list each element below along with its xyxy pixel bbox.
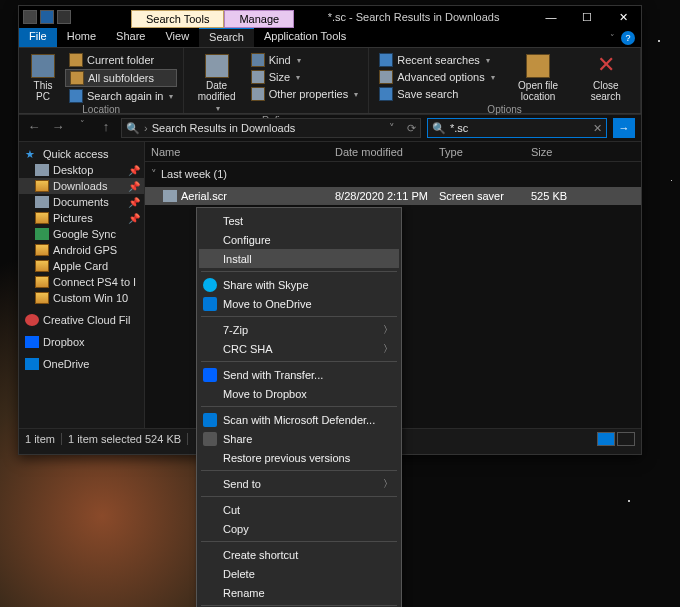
folder-icon [35,244,49,256]
ctx-sendto[interactable]: Send to〉 [199,474,399,493]
col-size[interactable]: Size [531,146,581,158]
all-subfolders-button[interactable]: All subfolders [65,69,177,87]
nav-fwd-button[interactable]: → [49,119,67,137]
close-button[interactable]: ✕ [605,6,641,28]
window-title: *.sc - Search Results in Downloads [294,11,533,23]
qat-properties-icon[interactable] [23,10,37,24]
search-go-button[interactable]: → [613,118,635,138]
nav-up-button[interactable]: ↑ [97,119,115,137]
size-button[interactable]: Size▾ [247,69,362,85]
search-value: *.sc [450,122,468,134]
file-row-selected[interactable]: Aerial.scr 8/28/2020 2:11 PM Screen save… [145,187,641,205]
qat-newfolder-icon[interactable] [40,10,54,24]
view-icons-button[interactable] [617,432,635,446]
ctx-test[interactable]: Test [199,211,399,230]
breadcrumb[interactable]: 🔍 › Search Results in Downloads ˅ ⟳ [121,118,421,138]
sidebar-item-ps4[interactable]: Connect PS4 to I [19,274,144,290]
ctx-delete[interactable]: Delete [199,564,399,583]
other-properties-button[interactable]: Other properties▾ [247,86,362,102]
sidebar-onedrive[interactable]: OneDrive [19,356,144,372]
save-search-button[interactable]: Save search [375,86,498,102]
chevron-right-icon: 〉 [383,477,393,491]
desktop-icon [35,164,49,176]
nav-back-button[interactable]: ← [25,119,43,137]
qat-customize-icon[interactable] [57,10,71,24]
star-icon: ★ [25,148,39,160]
file-type: Screen saver [439,190,531,202]
close-x-icon: ✕ [594,54,618,78]
pin-icon: 📌 [128,197,140,208]
folder-icon [69,53,83,67]
ctx-share-skype[interactable]: Share with Skype [199,275,399,294]
help-icon[interactable]: ? [621,31,635,45]
context-tab-manage[interactable]: Manage [224,10,294,28]
refresh-button[interactable]: ⟳ [407,122,416,135]
sidebar-item-desktop[interactable]: Desktop📌 [19,162,144,178]
ctx-cut[interactable]: Cut [199,500,399,519]
pin-icon: 📌 [128,181,140,192]
tab-search[interactable]: Search [199,28,254,47]
save-icon [379,87,393,101]
ctx-restore-versions[interactable]: Restore previous versions [199,448,399,467]
sidebar-item-googlesync[interactable]: Google Sync [19,226,144,242]
sidebar-item-androidgps[interactable]: Android GPS [19,242,144,258]
group-options-label: Options [375,104,634,115]
tab-view[interactable]: View [155,28,199,47]
maximize-button[interactable]: ☐ [569,6,605,28]
open-file-location-button[interactable]: Open file location [503,52,574,104]
ctx-copy[interactable]: Copy [199,519,399,538]
sidebar-item-documents[interactable]: Documents📌 [19,194,144,210]
recent-icon [379,53,393,67]
tab-share[interactable]: Share [106,28,155,47]
nav-history-button[interactable]: ˅ [73,119,91,137]
ctx-move-onedrive[interactable]: Move to OneDrive [199,294,399,313]
folder-icon [35,276,49,288]
col-date[interactable]: Date modified [335,146,439,158]
this-pc-button[interactable]: This PC [25,52,61,104]
sidebar-item-win10[interactable]: Custom Win 10 [19,290,144,306]
tab-home[interactable]: Home [57,28,106,47]
ctx-7zip[interactable]: 7-Zip〉 [199,320,399,339]
search-clear-button[interactable]: ✕ [593,122,602,135]
ctx-configure[interactable]: Configure [199,230,399,249]
ctx-send-transfer[interactable]: Send with Transfer... [199,365,399,384]
folders-icon [70,71,84,85]
col-name[interactable]: Name [145,146,335,158]
ctx-move-dropbox[interactable]: Move to Dropbox [199,384,399,403]
col-type[interactable]: Type [439,146,531,158]
ctx-share[interactable]: Share [199,429,399,448]
ctx-crcsha[interactable]: CRC SHA〉 [199,339,399,358]
close-search-button[interactable]: ✕ Close search [578,52,634,104]
sidebar-item-pictures[interactable]: Pictures📌 [19,210,144,226]
sidebar-item-downloads[interactable]: Downloads📌 [19,178,144,194]
search-glass-icon: 🔍 [432,122,446,135]
sidebar-dropbox[interactable]: Dropbox [19,334,144,350]
file-date: 8/28/2020 2:11 PM [335,190,439,202]
recent-searches-button[interactable]: Recent searches▾ [375,52,498,68]
view-details-button[interactable] [597,432,615,446]
date-modified-button[interactable]: Date modified▾ [190,52,242,115]
context-tab-searchtools[interactable]: Search Tools [131,10,224,28]
minimize-button[interactable]: — [533,6,569,28]
group-header[interactable]: ˅Last week (1) [145,162,641,187]
sidebar-item-applecard[interactable]: Apple Card [19,258,144,274]
chevron-down-icon: ˅ [151,168,157,180]
tab-apptools[interactable]: Application Tools [254,28,356,47]
ribbon-expand-icon[interactable]: ˅ [605,31,619,45]
chevron-right-icon: 〉 [383,323,393,337]
ctx-install[interactable]: Install [199,249,399,268]
advanced-options-button[interactable]: Advanced options▾ [375,69,498,85]
kind-button[interactable]: Kind▾ [247,52,362,68]
ctx-scan-defender[interactable]: Scan with Microsoft Defender... [199,410,399,429]
search-input[interactable]: 🔍 *.sc ✕ [427,118,607,138]
current-folder-button[interactable]: Current folder [65,52,177,68]
file-name: Aerial.scr [181,190,227,202]
search-again-button[interactable]: Search again in▾ [65,88,177,104]
sidebar-creativecloud[interactable]: Creative Cloud Fil [19,312,144,328]
cc-icon [25,314,39,326]
ctx-create-shortcut[interactable]: Create shortcut [199,545,399,564]
sidebar-quickaccess[interactable]: ★Quick access [19,146,144,162]
breadcrumb-dropdown[interactable]: ˅ [389,122,395,135]
ctx-rename[interactable]: Rename [199,583,399,602]
tab-file[interactable]: File [19,28,57,47]
